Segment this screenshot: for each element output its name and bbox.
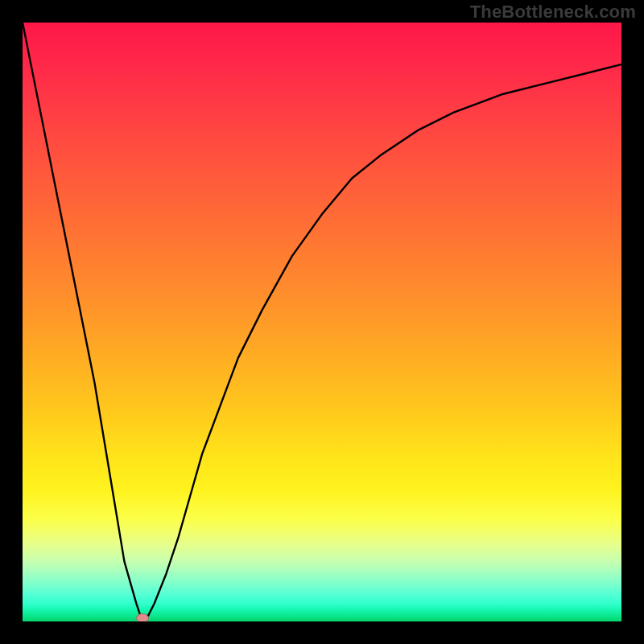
gradient-plot-area <box>23 23 621 621</box>
chart-frame: TheBottleneck.com <box>0 0 644 644</box>
minimum-marker <box>136 613 149 621</box>
bottleneck-curve-path <box>23 23 621 621</box>
watermark-text: TheBottleneck.com <box>470 2 636 23</box>
bottleneck-curve-svg <box>23 23 621 621</box>
